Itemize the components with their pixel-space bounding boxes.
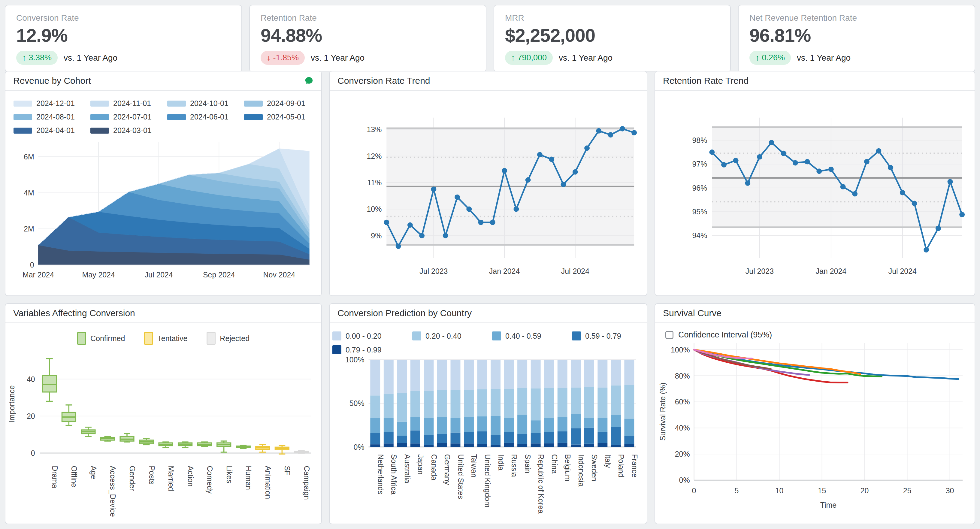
legend-item[interactable]: 2024-10-01: [167, 99, 236, 108]
survival-curve-chart[interactable]: 0%20%40%60%80%100%051015202530TimeSurviv…: [655, 340, 975, 519]
panel-title: Survival Curve: [663, 308, 721, 318]
svg-text:2M: 2M: [24, 225, 34, 233]
legend-item[interactable]: Confirmed: [77, 332, 125, 345]
kpi-card-net-revenue-retention: Net Revenue Retention Rate 96.81% ↑0.26%…: [738, 5, 975, 72]
legend-item[interactable]: 2024-12-01: [14, 99, 83, 108]
country-bar: [531, 360, 541, 447]
country-bar: [611, 360, 621, 447]
country-bar: [544, 360, 554, 447]
legend-label: 2024-11-01: [113, 99, 151, 108]
legend-item[interactable]: 2024-11-01: [91, 99, 159, 108]
svg-text:Taiwan: Taiwan: [470, 454, 478, 477]
country-bar: [424, 360, 434, 447]
svg-text:Action: Action: [186, 465, 195, 486]
legend-item[interactable]: 2024-08-01: [14, 113, 83, 121]
data-point: [419, 233, 425, 238]
legend-label: 2024-12-01: [36, 99, 75, 108]
legend-swatch: [14, 114, 32, 120]
legend-label: 2024-07-01: [113, 113, 152, 121]
data-point: [620, 126, 625, 132]
legend-item[interactable]: 0.00 - 0.20: [332, 332, 404, 340]
data-point: [876, 148, 881, 154]
svg-text:Time: Time: [820, 501, 837, 509]
retention-rate-trend-chart[interactable]: 94%95%96%97%98%Jul 2023Jan 2024Jul 2024: [655, 91, 975, 287]
data-point: [537, 152, 542, 157]
kpi-label: Net Revenue Retention Rate: [749, 13, 964, 23]
confidence-interval-toggle[interactable]: Confidence Interval (95%): [665, 330, 975, 340]
data-point: [608, 132, 613, 138]
svg-text:97%: 97%: [692, 160, 707, 168]
legend-item[interactable]: Tentative: [144, 332, 187, 345]
panel-title: Retention Rate Trend: [663, 76, 749, 86]
legend-swatch: [412, 332, 421, 340]
country-bar: [477, 360, 487, 447]
legend-item[interactable]: 2024-04-01: [14, 126, 83, 135]
legend-swatch: [144, 332, 153, 345]
svg-text:Campaign: Campaign: [303, 465, 311, 500]
legend-item[interactable]: Rejected: [207, 332, 250, 345]
legend-item[interactable]: 2024-07-01: [91, 113, 159, 121]
country-bar: [384, 360, 394, 447]
country-bar: [437, 360, 447, 447]
data-point: [490, 220, 495, 225]
svg-text:50%: 50%: [350, 399, 364, 407]
chat-bubble-icon[interactable]: [304, 76, 313, 85]
data-point: [840, 184, 846, 189]
country-bar: [397, 360, 407, 447]
legend-item[interactable]: 0.79 - 0.99: [332, 345, 404, 354]
data-point: [757, 154, 762, 160]
svg-text:Belgium: Belgium: [563, 454, 572, 481]
data-point: [478, 220, 484, 225]
svg-text:20%: 20%: [675, 450, 690, 458]
legend-swatch: [207, 332, 216, 345]
legend-label: 0.40 - 0.59: [505, 332, 541, 340]
svg-text:20: 20: [27, 412, 35, 420]
data-point: [864, 159, 870, 165]
data-point: [596, 128, 601, 133]
conversion-rate-trend-chart[interactable]: 9%10%11%12%13%Jul 2023Jan 2024Jul 2024: [330, 91, 647, 287]
kpi-context: vs. 1 Year Ago: [64, 53, 118, 63]
box-item: [101, 437, 115, 441]
svg-text:13%: 13%: [367, 125, 382, 133]
svg-text:40: 40: [27, 375, 35, 383]
revenue-by-cohort-chart[interactable]: 02M4M6MMar 2024May 2024Jul 2024Sep 2024N…: [5, 138, 321, 287]
legend-item[interactable]: 0.20 - 0.40: [412, 332, 484, 340]
legend-swatch: [91, 114, 109, 120]
data-point: [502, 168, 507, 173]
legend-item[interactable]: 2024-06-01: [167, 113, 236, 121]
data-point: [455, 195, 460, 200]
svg-text:100%: 100%: [345, 357, 364, 364]
legend-item[interactable]: 2024-09-01: [244, 99, 313, 108]
legend-label: 0.79 - 0.99: [345, 346, 382, 354]
variables-boxplot-chart[interactable]: DramaOfflineAgeAccess_DeviceGenderPostsM…: [5, 346, 321, 521]
panel-title: Variables Affecting Conversion: [13, 308, 135, 318]
country-prediction-chart[interactable]: NetherlandsSouth AfricaAustraliaJapanCan…: [330, 357, 647, 520]
svg-text:Jul 2024: Jul 2024: [888, 267, 916, 275]
country-bar: [464, 360, 474, 447]
box-item: [197, 442, 212, 446]
svg-text:10: 10: [775, 486, 784, 495]
svg-text:Human: Human: [244, 465, 253, 490]
legend-item[interactable]: 2024-05-01: [244, 113, 313, 121]
legend-item[interactable]: 0.59 - 0.79: [572, 332, 644, 340]
kpi-row: Conversion Rate 12.9% ↑3.38% vs. 1 Year …: [5, 5, 975, 62]
legend-item[interactable]: 2024-03-01: [91, 126, 159, 135]
svg-text:Mar 2024: Mar 2024: [22, 270, 54, 279]
charts-row-1: Revenue by Cohort 2024-12-012024-11-0120…: [5, 71, 975, 296]
legend-label: 0.00 - 0.20: [345, 332, 382, 340]
data-point: [828, 167, 834, 172]
arrow-up-icon: ↑: [22, 53, 26, 62]
confidence-interval-label: Confidence Interval (95%): [678, 330, 772, 340]
svg-text:20: 20: [861, 486, 869, 495]
confidence-interval-checkbox[interactable]: [665, 331, 673, 339]
svg-text:98%: 98%: [692, 136, 707, 145]
svg-text:Jan 2024: Jan 2024: [816, 267, 847, 275]
panel-variables-affecting-conversion: Variables Affecting Conversion Confirmed…: [5, 303, 322, 524]
kpi-context: vs. 1 Year Ago: [559, 53, 612, 63]
legend-item[interactable]: 0.40 - 0.59: [492, 332, 564, 340]
svg-text:Australia: Australia: [403, 454, 412, 483]
data-point: [549, 156, 554, 162]
data-point: [900, 190, 905, 195]
data-point: [396, 243, 401, 249]
kpi-card-conversion-rate: Conversion Rate 12.9% ↑3.38% vs. 1 Year …: [5, 5, 242, 72]
